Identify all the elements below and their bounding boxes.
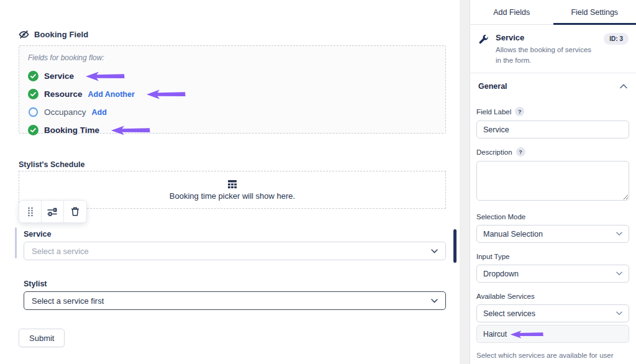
annotation-arrow (145, 89, 186, 100)
submit-button[interactable]: Submit (19, 329, 65, 347)
field-id-badge: ID: 3 (604, 33, 629, 45)
drag-handle-button[interactable] (19, 201, 42, 222)
flow-label-resource: Resource (44, 89, 83, 99)
description-label-text: Description (476, 148, 512, 156)
form-canvas: Booking Field Fields for booking flow: S… (0, 0, 460, 364)
service-preview-select[interactable]: Select a service (24, 242, 446, 260)
chevron-down-icon (616, 311, 622, 316)
annotation-arrow (509, 329, 544, 340)
available-services-select[interactable]: Select services (476, 304, 629, 322)
status-complete-icon (28, 89, 39, 99)
description-textarea[interactable] (476, 161, 629, 201)
selection-mode-label-text: Selection Mode (476, 213, 525, 221)
field-type-description: Allows the booking of services in the fo… (496, 45, 595, 65)
flow-label-service: Service (44, 71, 74, 81)
input-type-select[interactable]: Dropdown (476, 265, 629, 283)
chevron-down-icon (431, 299, 438, 303)
settings-body: Field Label ? Description ? Selection Mo… (470, 107, 636, 364)
chevron-down-icon (431, 249, 438, 253)
flow-row-service: Service (28, 67, 437, 85)
input-type-label: Input Type (476, 253, 629, 260)
flow-note: Fields for booking flow: (28, 53, 437, 62)
calendar-grid-icon (227, 180, 237, 189)
flow-row-resource: Resource Add Another (28, 85, 437, 103)
sliders-icon (47, 207, 58, 217)
flow-row-occupancy: Occupancy Add (28, 103, 437, 121)
service-preview-placeholder: Select a service (32, 247, 431, 256)
booking-time-placeholder-text: Booking time picker will show here. (170, 191, 295, 201)
annotation-arrow (110, 125, 151, 136)
annotation-arrow (84, 71, 125, 82)
schedule-field-label: Stylist's Schedule (19, 160, 84, 169)
delete-field-button[interactable] (64, 201, 86, 222)
add-link[interactable]: Add (92, 108, 107, 117)
selection-mode-label: Selection Mode (476, 213, 629, 221)
pane-divider (460, 0, 470, 364)
help-tooltip-icon[interactable]: ? (516, 147, 525, 157)
booking-field-title: Booking Field (34, 30, 88, 39)
chevron-down-icon (616, 232, 622, 236)
field-label-text: Field Label (476, 108, 511, 116)
booking-field-header: Booking Field (19, 29, 88, 40)
selection-mode-value: Manual Selection (483, 230, 616, 239)
tab-field-settings[interactable]: Field Settings (553, 0, 636, 24)
selection-mode-select[interactable]: Manual Selection (476, 225, 629, 243)
selected-service-haircut[interactable]: Haircut (476, 325, 629, 343)
form-editor: Booking Field Fields for booking flow: S… (0, 0, 636, 364)
input-type-label-text: Input Type (476, 253, 510, 260)
drag-dots-icon (27, 207, 34, 217)
field-settings-button[interactable] (42, 201, 64, 222)
stylist-preview-label: Stylist (24, 280, 47, 288)
status-empty-icon (28, 107, 39, 117)
general-section-toggle[interactable]: General (470, 73, 636, 97)
active-field-indicator (15, 227, 17, 258)
chevron-down-icon (616, 271, 622, 276)
scrollbar-thumb[interactable] (453, 229, 457, 263)
add-another-link[interactable]: Add Another (88, 90, 135, 99)
field-toolbar (19, 200, 87, 223)
available-services-label: Available Services (476, 293, 629, 300)
field-label-setting-label: Field Label ? (476, 107, 629, 116)
flow-label-booking-time: Booking Time (44, 125, 99, 135)
selected-field-header: Service Allows the booking of services i… (470, 25, 636, 73)
general-section-title: General (478, 82, 507, 91)
wrench-icon (478, 34, 489, 65)
field-type-title: Service (496, 33, 597, 42)
tab-add-fields[interactable]: Add Fields (470, 0, 553, 24)
description-setting-label: Description ? (476, 147, 629, 157)
available-services-label-text: Available Services (476, 293, 535, 300)
sidebar-tabs: Add Fields Field Settings (470, 0, 636, 25)
selected-service-name: Haircut (483, 330, 507, 339)
field-settings-sidebar: Add Fields Field Settings Service Allows… (470, 0, 636, 364)
flow-label-occupancy: Occupancy (44, 107, 86, 117)
input-type-value: Dropdown (483, 270, 616, 278)
hidden-eye-icon (19, 29, 29, 40)
available-services-help-text: Select which services are available for … (476, 350, 629, 364)
service-preview-label: Service (24, 230, 51, 239)
chevron-up-icon (620, 84, 627, 89)
available-services-placeholder: Select services (483, 309, 616, 318)
booking-flow-box: Fields for booking flow: Service Resourc… (19, 45, 446, 134)
trash-icon (70, 206, 80, 217)
field-label-input[interactable] (476, 121, 629, 139)
status-complete-icon (28, 125, 39, 135)
stylist-preview-value: Select a service first (32, 296, 431, 306)
help-tooltip-icon[interactable]: ? (515, 107, 524, 116)
status-complete-icon (28, 71, 39, 81)
stylist-preview-select[interactable]: Select a service first (24, 291, 446, 310)
flow-row-booking-time: Booking Time (28, 121, 437, 139)
